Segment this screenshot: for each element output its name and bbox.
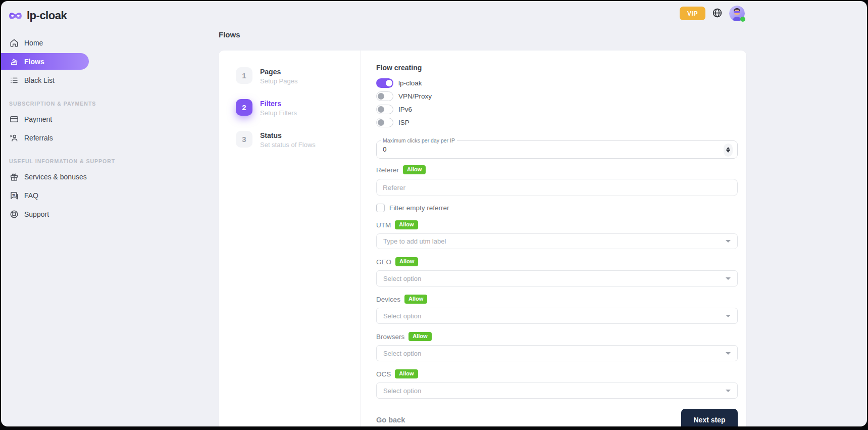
person-add-icon <box>9 133 19 142</box>
devices-select[interactable]: Select option <box>376 308 738 324</box>
lp-cloak-toggle[interactable] <box>376 78 393 88</box>
step-pages[interactable]: 1 Pages Setup Pages <box>219 67 361 85</box>
gift-icon <box>9 172 19 181</box>
sidebar-item-label: Home <box>24 39 43 47</box>
sidebar-item-faq[interactable]: ?! FAQ <box>1 186 98 205</box>
toggle-label: VPN/Proxy <box>398 92 432 100</box>
step-number: 1 <box>236 67 252 84</box>
max-clicks-field: Maximum clicks per day per IP <box>376 137 738 159</box>
max-clicks-input[interactable] <box>383 144 696 155</box>
sidebar-item-label: Referrals <box>24 134 53 142</box>
chevron-down-icon <box>726 240 731 243</box>
increment-icon <box>726 147 730 150</box>
sidebar-item-referrals[interactable]: Referrals <box>1 128 98 147</box>
step-number: 2 <box>236 99 252 116</box>
browsers-placeholder: Select option <box>383 350 421 357</box>
number-stepper[interactable] <box>724 143 733 156</box>
toggle-row-vpn-proxy: VPN/Proxy <box>376 91 738 101</box>
referer-allow-badge[interactable]: Allow <box>403 165 426 174</box>
chevron-down-icon <box>726 390 731 392</box>
sidebar-item-label: Services & bonuses <box>24 173 87 181</box>
toggle-label: IPv6 <box>398 106 412 113</box>
sidebar-nav: Home Flows Black List SUBSCRIPTION & PAY… <box>1 33 98 223</box>
form-title: Flow creating <box>376 64 738 72</box>
sidebar-item-home[interactable]: Home <box>1 33 98 52</box>
list-icon <box>9 75 19 85</box>
toggle-row-lp-cloak: lp-cloak <box>376 78 738 88</box>
sidebar-item-label: Support <box>24 210 49 218</box>
step-status[interactable]: 3 Status Set status of Flows <box>219 131 361 149</box>
svg-text:?!: ?! <box>12 193 15 196</box>
decrement-icon <box>726 150 730 153</box>
home-icon <box>9 38 19 47</box>
devices-label: Devices <box>376 296 400 303</box>
step-title: Status <box>260 131 316 139</box>
ocs-allow-badge[interactable]: Allow <box>395 369 418 378</box>
isp-toggle[interactable] <box>376 118 393 127</box>
sidebar-section-subscription: SUBSCRIPTION & PAYMENTS <box>9 101 98 107</box>
geo-allow-badge[interactable]: Allow <box>395 257 418 266</box>
utm-allow-badge[interactable]: Allow <box>395 220 418 229</box>
chevron-down-icon <box>726 315 731 317</box>
toggle-row-isp: ISP <box>376 118 738 127</box>
geo-group: GEO Allow Select option <box>376 257 738 286</box>
sidebar-item-label: Payment <box>24 115 52 123</box>
vpn-proxy-toggle[interactable] <box>376 91 393 101</box>
app-window: lp-cloak Home Flows Black List <box>1 1 867 426</box>
stack-icon <box>9 57 19 66</box>
flow-creating-card: 1 Pages Setup Pages 2 Filters Setup Filt… <box>219 51 746 426</box>
filter-empty-referrer-row: Filter empty referrer <box>376 204 738 212</box>
next-step-button[interactable]: Next step <box>681 409 738 426</box>
page-title: Flows <box>219 30 746 39</box>
sidebar-item-services-bonuses[interactable]: Services & bonuses <box>1 167 98 186</box>
step-number: 3 <box>236 131 252 148</box>
utm-placeholder: Type to add utm label <box>383 237 446 245</box>
chevron-down-icon <box>726 277 731 280</box>
utm-group: UTM Allow Type to add utm label <box>376 220 738 249</box>
devices-placeholder: Select option <box>383 312 421 320</box>
faq-bubble-icon: ?! <box>9 190 19 200</box>
filters-form: Flow creating lp-cloak VPN/Proxy IPv6 IS… <box>361 51 746 426</box>
referer-input[interactable] <box>376 179 738 196</box>
mask-logo-icon <box>9 11 22 21</box>
ocs-group: OCS Allow Select option <box>376 369 738 399</box>
browsers-group: Browsers Allow Select option <box>376 332 738 361</box>
step-filters[interactable]: 2 Filters Setup Filters <box>219 99 361 117</box>
browsers-select[interactable]: Select option <box>376 345 738 361</box>
geo-select[interactable]: Select option <box>376 270 738 286</box>
toggle-row-ipv6: IPv6 <box>376 105 738 114</box>
sidebar: lp-cloak Home Flows Black List <box>1 1 98 426</box>
step-subtitle: Set status of Flows <box>260 141 316 149</box>
go-back-button[interactable]: Go back <box>376 416 405 424</box>
sidebar-item-flows[interactable]: Flows <box>1 53 89 70</box>
utm-input[interactable]: Type to add utm label <box>376 233 738 249</box>
sidebar-item-label: Flows <box>24 58 44 66</box>
chevron-down-icon <box>726 352 731 355</box>
sidebar-section-support: USEFUL INFORMATION & SUPPORT <box>9 158 98 164</box>
ipv6-toggle[interactable] <box>376 105 393 114</box>
ocs-placeholder: Select option <box>383 387 421 395</box>
main-content: Flows 1 Pages Setup Pages 2 Filters Setu… <box>219 1 746 426</box>
toggle-label: lp-cloak <box>398 79 422 87</box>
sidebar-item-black-list[interactable]: Black List <box>1 71 98 89</box>
browsers-label: Browsers <box>376 333 404 341</box>
browsers-allow-badge[interactable]: Allow <box>409 332 431 341</box>
step-subtitle: Setup Filters <box>260 109 297 117</box>
sidebar-item-support[interactable]: Support <box>1 205 98 223</box>
max-clicks-label: Maximum clicks per day per IP <box>381 137 457 144</box>
filter-empty-referrer-checkbox[interactable] <box>376 204 385 212</box>
step-title: Pages <box>260 67 297 76</box>
devices-group: Devices Allow Select option <box>376 295 738 324</box>
step-title: Filters <box>260 99 297 108</box>
referer-label: Referer <box>376 166 399 174</box>
sidebar-item-payment[interactable]: Payment <box>1 110 98 128</box>
toggle-label: ISP <box>398 119 410 126</box>
credit-card-icon <box>9 114 19 124</box>
ocs-label: OCS <box>376 370 391 378</box>
step-subtitle: Setup Pages <box>260 77 297 85</box>
sidebar-item-label: FAQ <box>24 192 38 200</box>
brand-logo[interactable]: lp-cloak <box>1 1 98 29</box>
ocs-select[interactable]: Select option <box>376 383 738 399</box>
sidebar-item-label: Black List <box>24 76 55 84</box>
devices-allow-badge[interactable]: Allow <box>404 295 427 304</box>
